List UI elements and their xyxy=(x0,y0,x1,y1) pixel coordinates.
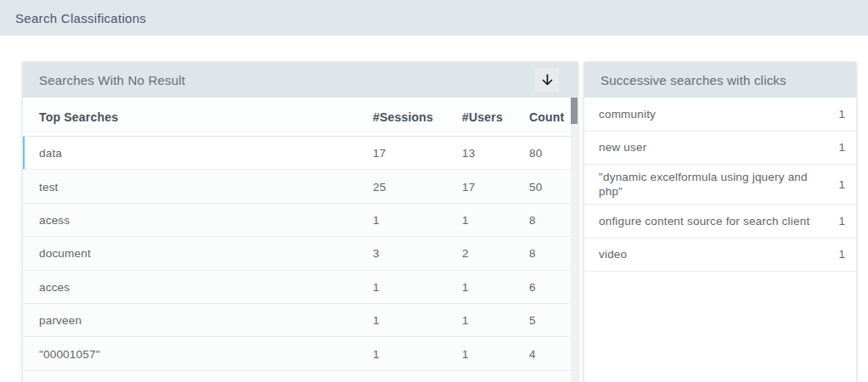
table-row[interactable]: "00001057" 1 1 4 xyxy=(23,337,578,370)
search-term: video xyxy=(599,247,627,261)
searches-no-result-panel: Searches With No Result Top Searches #Se… xyxy=(23,62,578,382)
successive-searches-panel: Successive searches with clicks communit… xyxy=(584,62,856,382)
dashboard-screen: Search Classifications Searches With No … xyxy=(0,0,868,382)
users-value: 2 xyxy=(462,247,469,260)
count-value: 50 xyxy=(529,180,542,193)
users-value: 13 xyxy=(462,147,475,160)
search-term: acces xyxy=(39,280,70,293)
page-header-bar: Search Classifications xyxy=(0,0,868,36)
table-row[interactable]: community sites 1 1 4 xyxy=(23,371,578,382)
click-count: 1 xyxy=(838,141,845,154)
users-value: 1 xyxy=(462,280,469,293)
search-term: data xyxy=(39,147,62,160)
count-value: 5 xyxy=(529,314,536,327)
page-title: Search Classifications xyxy=(15,11,146,25)
search-term: community xyxy=(599,107,656,121)
search-term: test xyxy=(39,180,59,193)
column-header-top-searches[interactable]: Top Searches xyxy=(39,110,118,124)
search-term: new user xyxy=(599,140,646,154)
table-header-row: Top Searches #Sessions #Users Count xyxy=(23,98,578,137)
click-count: 1 xyxy=(838,215,845,228)
sessions-value: 25 xyxy=(373,180,386,193)
sessions-value: 17 xyxy=(373,147,386,160)
search-term: parveen xyxy=(39,314,82,327)
table-row[interactable]: document 3 2 8 xyxy=(23,237,578,270)
users-value: 17 xyxy=(462,180,475,193)
search-term: document xyxy=(39,247,91,260)
search-term: "dynamic excelformula using jquery and p… xyxy=(599,170,821,199)
right-panel-title: Successive searches with clicks xyxy=(600,73,786,87)
left-panel-title: Searches With No Result xyxy=(39,73,185,87)
search-term: acess xyxy=(39,213,70,226)
column-header-users[interactable]: #Users xyxy=(462,110,503,124)
export-download-button[interactable] xyxy=(535,68,559,92)
list-item[interactable]: community 1 xyxy=(584,98,856,132)
right-panel-header: Successive searches with clicks xyxy=(584,62,856,98)
table-row[interactable]: parveen 1 1 5 xyxy=(23,304,578,337)
click-count: 1 xyxy=(838,108,845,121)
scrollbar-thumb[interactable] xyxy=(571,98,578,124)
list-item[interactable]: onfigure content source for search clien… xyxy=(584,205,856,239)
count-value: 8 xyxy=(529,213,536,226)
search-term: "00001057" xyxy=(39,347,100,360)
table-row[interactable]: data 17 13 80 xyxy=(23,137,578,170)
table-row[interactable]: acces 1 1 6 xyxy=(23,271,578,304)
column-header-count[interactable]: Count xyxy=(529,110,564,124)
sessions-value: 1 xyxy=(373,213,380,226)
count-value: 8 xyxy=(529,247,536,260)
down-arrow-icon xyxy=(540,73,555,87)
click-count: 1 xyxy=(838,248,845,261)
users-value: 1 xyxy=(462,314,469,327)
count-value: 80 xyxy=(529,147,542,160)
sessions-value: 1 xyxy=(373,347,380,360)
list-item[interactable]: video 1 xyxy=(584,239,856,272)
list-item[interactable]: new user 1 xyxy=(584,132,856,166)
left-panel-scrollbar[interactable] xyxy=(571,98,578,382)
count-value: 4 xyxy=(529,347,536,360)
sessions-value: 3 xyxy=(373,247,380,260)
list-item[interactable]: "dynamic excelformula using jquery and p… xyxy=(584,165,856,205)
table-row[interactable]: test 25 17 50 xyxy=(23,170,578,203)
users-value: 1 xyxy=(462,213,469,226)
sessions-value: 1 xyxy=(373,280,380,293)
table-row[interactable]: acess 1 1 8 xyxy=(23,204,578,237)
users-value: 1 xyxy=(462,347,469,360)
column-header-sessions[interactable]: #Sessions xyxy=(373,110,433,124)
left-panel-header: Searches With No Result xyxy=(23,62,578,98)
search-term: onfigure content source for search clien… xyxy=(599,214,809,228)
count-value: 6 xyxy=(529,280,536,293)
sessions-value: 1 xyxy=(373,314,380,327)
click-count: 1 xyxy=(838,178,845,191)
